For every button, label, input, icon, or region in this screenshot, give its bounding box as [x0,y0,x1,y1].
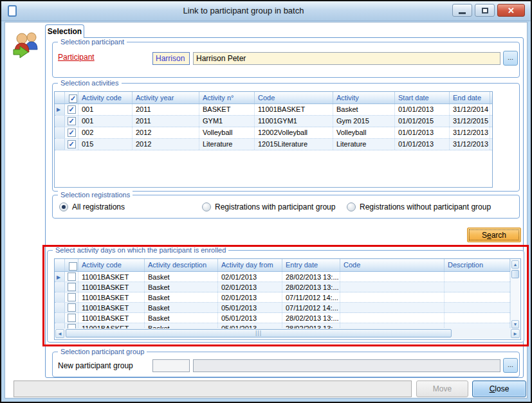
current-row-arrow-icon[interactable]: ▶ [55,104,65,115]
scroll-up-icon[interactable] [511,260,519,269]
activity-days-grid[interactable]: Activity codeActivity descriptionActivit… [54,258,521,340]
row-selector[interactable] [55,282,65,292]
selection-registrations-group: Selection registrations All registration… [52,195,520,219]
radio-selected-icon[interactable] [59,202,68,211]
row-selector-header [55,92,65,103]
row-selector[interactable] [55,127,65,138]
checkbox-icon[interactable] [68,283,76,291]
row-selector-header [55,259,65,271]
scroll-right-icon[interactable] [511,329,520,338]
participant-code-field[interactable] [152,52,190,65]
column-header[interactable]: Activity n° [199,92,255,103]
column-header[interactable]: Description [445,259,510,271]
table-cell: 31/12/2013 [450,127,490,138]
horizontal-scrollbar[interactable] [55,328,520,339]
table-cell [445,292,510,302]
column-header[interactable]: End date [450,92,490,103]
participant-link-label[interactable]: Participant [58,53,95,62]
vertical-scroll-thumb[interactable] [511,270,519,278]
new-group-code-field[interactable] [152,359,190,372]
table-cell: 2011 [133,116,199,127]
row-checkbox-cell[interactable]: ✓ [65,139,78,150]
row-selector[interactable] [55,116,65,127]
table-row[interactable]: 11001BASKETBasket05/01/201328/02/2013 13… [55,313,510,323]
radio-icon[interactable] [202,202,211,211]
table-cell [445,303,510,312]
table-cell: 31/12/2014 [450,104,490,115]
scroll-down-icon[interactable] [511,320,519,328]
participant-browse-button[interactable]: ... [503,51,518,66]
checkbox-checked-icon[interactable]: ✓ [68,105,76,114]
column-header[interactable]: Start date [395,92,450,103]
close-button[interactable]: Close [472,381,526,397]
table-cell [340,303,445,312]
checkbox-icon[interactable] [69,262,77,271]
select-all-checkbox-cell[interactable] [65,259,78,271]
checkbox-checked-icon[interactable]: ✓ [69,94,77,103]
row-checkbox-cell[interactable]: ✓ [65,127,78,138]
move-button[interactable]: Move [416,381,468,397]
new-group-name-field[interactable] [193,359,500,372]
checkbox-icon[interactable] [68,293,76,301]
row-selector[interactable] [55,313,65,323]
row-checkbox-cell[interactable] [65,272,78,282]
row-checkbox-cell[interactable] [65,313,78,323]
scroll-left-icon[interactable] [55,329,64,338]
checkbox-checked-icon[interactable]: ✓ [68,117,76,125]
table-cell: 001 [78,104,133,115]
column-header[interactable]: Activity [333,92,395,103]
table-cell: BASKET [199,104,255,115]
activities-grid[interactable]: ✓Activity codeActivity yearActivity n°Co… [54,91,493,188]
horizontal-scroll-thumb[interactable] [66,329,452,337]
table-row[interactable]: ▶11001BASKETBasket02/01/201328/02/2013 1… [55,272,510,282]
table-cell [340,282,445,292]
row-checkbox-cell[interactable] [65,303,78,312]
table-cell: 12002Volleyball [255,127,333,138]
column-header[interactable]: Activity code [78,259,145,271]
column-header[interactable]: Activity code [78,92,133,103]
table-row[interactable]: 11001BASKETBasket02/01/201328/02/2013 13… [55,282,510,292]
maximize-button[interactable] [475,4,495,17]
row-checkbox-cell[interactable]: ✓ [65,116,78,127]
vertical-scrollbar[interactable] [510,260,520,329]
tab-selection[interactable]: Selection [45,24,84,38]
table-row[interactable]: ✓0012011GYM111001GYM1Gym 201501/01/20153… [55,116,492,127]
table-row[interactable]: 11001BASKETBasket02/01/201307/11/2012 14… [55,292,510,303]
column-header[interactable]: Activity day from [218,259,282,271]
participant-name-field[interactable] [193,52,500,65]
table-cell: Basket [145,282,218,292]
row-checkbox-cell[interactable]: ✓ [65,104,78,115]
tab-page: Selection participant Participant ... Se… [45,37,524,378]
column-header[interactable]: Entry date [282,259,340,271]
column-header[interactable]: Activity description [145,259,218,271]
row-checkbox-cell[interactable] [65,282,78,292]
checkbox-checked-icon[interactable]: ✓ [68,129,76,137]
selection-participant-group-group: Selection participant group New particip… [52,352,520,377]
select-all-checkbox-cell[interactable]: ✓ [65,92,78,103]
checkbox-checked-icon[interactable]: ✓ [68,140,76,148]
radio-option[interactable]: Registrations without participant group [347,202,491,211]
close-window-button[interactable]: ✕ [497,4,525,17]
radio-option[interactable]: All registrations [59,202,125,211]
checkbox-icon[interactable] [68,303,76,312]
row-checkbox-cell[interactable] [65,292,78,302]
table-row[interactable]: ✓0022012Volleyball12002VolleyballVolleyb… [55,127,492,139]
table-cell: Basket [145,292,218,302]
new-group-browse-button[interactable]: ... [503,358,518,373]
column-header[interactable]: Activity year [133,92,199,103]
current-row-arrow-icon[interactable]: ▶ [55,272,65,282]
table-row[interactable]: ✓0152012Literature12015LiteratureLiterat… [55,139,492,150]
row-selector[interactable] [55,292,65,302]
minimize-button[interactable] [452,4,472,17]
column-header[interactable]: Code [340,259,445,271]
radio-option[interactable]: Registrations with participant group [202,202,335,211]
column-header[interactable]: Code [255,92,333,103]
row-selector[interactable] [55,303,65,312]
row-selector[interactable] [55,139,65,150]
checkbox-icon[interactable] [68,314,76,322]
search-button[interactable]: Search [467,228,521,242]
radio-icon[interactable] [347,202,356,211]
table-row[interactable]: ▶✓0012011BASKET11001BASKETBasket01/01/20… [55,104,492,116]
checkbox-icon[interactable] [68,273,76,281]
table-row[interactable]: 11001BASKETBasket05/01/201307/11/2012 14… [55,303,510,313]
